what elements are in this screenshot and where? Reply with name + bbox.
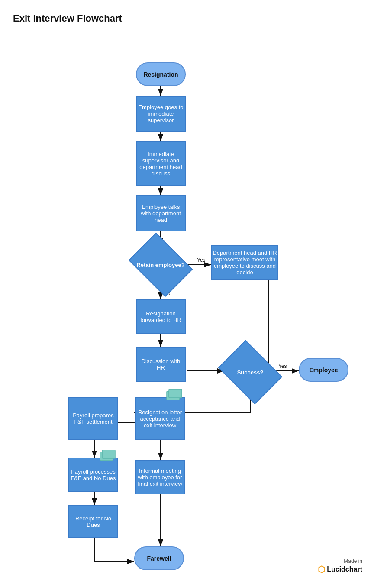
payroll-process-node: Payroll processes F&F and No Dues — [68, 458, 118, 492]
resignation-forwarded-node: Resignation forwarded to HR — [136, 299, 186, 334]
employee-dept-node: Employee talks with department head — [136, 195, 186, 231]
discussion-hr-node: Discussion with HR — [136, 347, 186, 382]
informal-meeting-node: Informal meeting with employee for final… — [135, 460, 185, 494]
lucidchart-icon: ⬡ — [318, 564, 325, 575]
farewell-node: Farewell — [134, 546, 184, 570]
resignation-node: Resignation — [136, 62, 186, 86]
employee-oval: Employee — [299, 358, 348, 382]
supervisor-discuss-node: Immediate supervisor and department head… — [136, 141, 186, 186]
svg-text:Yes: Yes — [197, 257, 206, 263]
employee-supervisor-node: Employee goes to immediate supervisor — [136, 96, 186, 132]
svg-text:Yes: Yes — [278, 363, 287, 369]
svg-rect-23 — [102, 450, 115, 458]
dept-hr-meet-node: Department head and HR representative me… — [211, 245, 278, 280]
svg-rect-21 — [169, 389, 182, 398]
success-diamond: Success? — [224, 353, 276, 392]
lucidchart-branding: Made in ⬡ Lucidchart — [318, 558, 362, 575]
page-title: Exit Interview Flowchart — [0, 0, 371, 24]
payroll-ff-node: Payroll prepares F&F settlement — [68, 397, 118, 440]
retain-diamond: Retain employee? — [135, 245, 187, 284]
resignation-letter-node: Resignation letter acceptance and exit i… — [135, 397, 185, 440]
receipt-node: Receipt for No Dues — [68, 505, 118, 538]
